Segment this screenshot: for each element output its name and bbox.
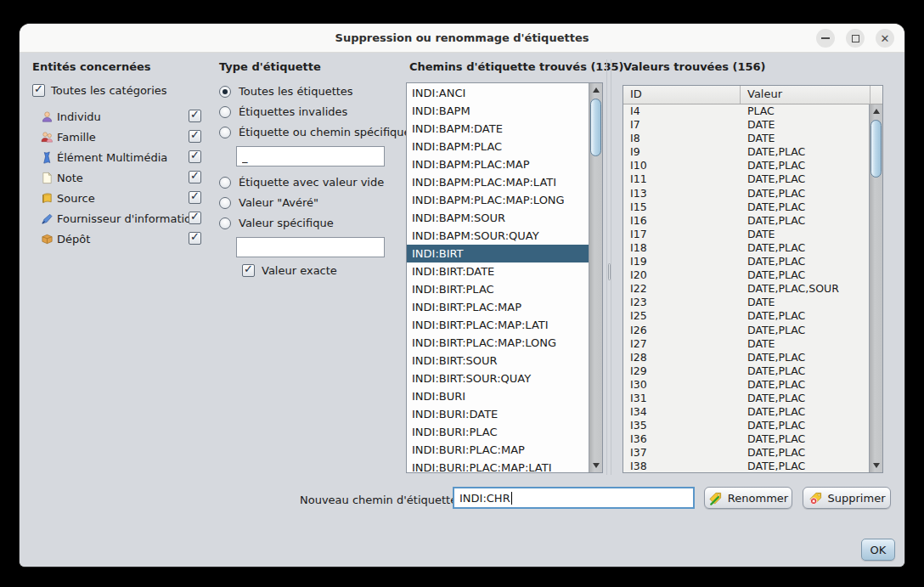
list-item[interactable]: INDI:BURI:PLAC:MAP xyxy=(407,441,589,459)
list-item[interactable]: INDI:ANCI xyxy=(407,84,589,102)
table-row[interactable]: I19DATE,PLAC xyxy=(623,255,869,268)
table-row[interactable]: I37DATE,PLAC xyxy=(623,446,869,460)
radio-option[interactable]: Étiquettes invalides xyxy=(219,105,347,118)
entity-row[interactable]: Fournisseur d'information✓ xyxy=(41,208,198,229)
list-item[interactable]: INDI:BAPM:PLAC:MAP:LATI xyxy=(407,173,589,191)
list-item[interactable]: INDI:BIRT:PLAC:MAP:LATI xyxy=(407,316,589,334)
entity-row[interactable]: Famille✓ xyxy=(41,127,96,147)
table-row[interactable]: I15DATE,PLAC xyxy=(623,200,869,214)
radio-icon[interactable] xyxy=(219,177,231,189)
table-row[interactable]: I25DATE,PLAC xyxy=(623,309,869,323)
table-row[interactable]: I20DATE,PLAC xyxy=(623,268,869,282)
radio-icon[interactable] xyxy=(219,197,231,209)
titlebar[interactable]: Suppression ou renommage d'étiquettes ✕ xyxy=(20,24,904,53)
radio-option[interactable]: Étiquette avec valeur vide xyxy=(219,176,384,189)
table-row[interactable]: I4PLAC xyxy=(623,104,869,118)
table-row[interactable]: I27DATE xyxy=(623,337,869,351)
list-item[interactable]: INDI:BURI xyxy=(407,387,589,405)
list-item[interactable]: INDI:BAPM:PLAC:MAP:LONG xyxy=(407,191,589,209)
entity-checkbox[interactable]: ✓ xyxy=(189,212,201,224)
list-item[interactable]: INDI:BAPM:SOUR xyxy=(407,209,589,227)
list-item[interactable]: INDI:BURI:DATE xyxy=(407,405,589,423)
scroll-down-button[interactable] xyxy=(870,459,883,472)
ok-button[interactable]: OK xyxy=(861,539,895,561)
table-row[interactable]: I26DATE,PLAC xyxy=(623,324,869,337)
entity-checkbox[interactable]: ✓ xyxy=(189,130,201,143)
minimize-button[interactable] xyxy=(816,29,835,48)
radio-icon[interactable] xyxy=(219,217,231,229)
scrollbar-thumb[interactable] xyxy=(870,120,882,178)
maximize-button[interactable] xyxy=(846,29,865,48)
table-row[interactable]: I35DATE,PLAC xyxy=(623,419,869,432)
list-item[interactable]: INDI:BURI:PLAC xyxy=(407,423,589,441)
entity-checkbox[interactable]: ✓ xyxy=(189,171,201,183)
list-item[interactable]: INDI:BIRT:PLAC:MAP xyxy=(407,298,589,316)
column-header-id[interactable]: ID xyxy=(623,86,741,104)
table-row[interactable]: I34DATE,PLAC xyxy=(623,405,869,419)
table-row[interactable]: I13DATE,PLAC xyxy=(623,187,869,200)
table-row[interactable]: I7DATE xyxy=(623,118,869,132)
radio-option[interactable]: Étiquette ou chemin spécifique xyxy=(219,126,411,138)
entity-checkbox[interactable]: ✓ xyxy=(189,110,201,122)
table-row[interactable]: I10DATE,PLAC xyxy=(623,159,869,172)
radio-option[interactable]: Valeur "Avéré" xyxy=(219,196,318,209)
table-row[interactable]: I11DATE,PLAC xyxy=(623,172,869,186)
all-categories-row[interactable]: ✓ Toutes les catégories xyxy=(32,84,167,97)
entity-row[interactable]: Dépôt✓ xyxy=(41,229,90,249)
table-row[interactable]: I18DATE,PLAC xyxy=(623,241,869,255)
scroll-up-button[interactable] xyxy=(589,83,603,97)
list-item[interactable]: INDI:BIRT:SOUR xyxy=(407,352,589,370)
entity-row[interactable]: Note✓ xyxy=(41,167,83,188)
scroll-up-button[interactable] xyxy=(870,104,883,118)
table-row[interactable]: I16DATE,PLAC xyxy=(623,214,869,228)
table-row[interactable]: I8DATE xyxy=(623,132,869,145)
radio-option[interactable]: Valeur spécifique xyxy=(219,217,334,229)
list-item[interactable]: INDI:BIRT xyxy=(407,245,589,262)
list-item[interactable]: INDI:BURI:PLAC:MAP:LATI xyxy=(407,459,589,472)
entity-checkbox[interactable]: ✓ xyxy=(189,232,201,245)
table-row[interactable]: I28DATE,PLAC xyxy=(623,351,869,364)
paths-scrollbar[interactable] xyxy=(589,83,602,472)
table-row[interactable]: I9DATE,PLAC xyxy=(623,145,869,159)
table-row[interactable]: I29DATE,PLAC xyxy=(623,364,869,378)
radio-icon[interactable] xyxy=(219,86,231,98)
scrollbar-thumb[interactable] xyxy=(590,99,601,156)
table-row[interactable]: I30DATE,PLAC xyxy=(623,378,869,392)
scroll-down-button[interactable] xyxy=(589,459,603,472)
exact-value-checkbox[interactable]: ✓ xyxy=(242,264,255,277)
entity-row[interactable]: Individu✓ xyxy=(41,106,101,127)
values-scrollbar[interactable] xyxy=(869,104,882,472)
table-row[interactable]: I22DATE,PLAC,SOUR xyxy=(623,282,869,296)
specific-value-input[interactable] xyxy=(236,237,385,257)
list-item[interactable]: INDI:BAPM:SOUR:QUAY xyxy=(407,227,589,245)
entity-checkbox[interactable]: ✓ xyxy=(189,150,201,163)
entity-checkbox[interactable]: ✓ xyxy=(189,191,201,204)
entity-row[interactable]: Source✓ xyxy=(41,188,95,208)
radio-option[interactable]: Toutes les étiquettes xyxy=(219,85,353,98)
exact-value-row[interactable]: ✓ Valeur exacte xyxy=(242,264,337,277)
table-row[interactable]: I36DATE,PLAC xyxy=(623,432,869,446)
table-row[interactable]: I31DATE,PLAC xyxy=(623,392,869,405)
column-header-value[interactable]: Valeur xyxy=(741,86,870,104)
list-item[interactable]: INDI:BAPM:DATE xyxy=(407,120,589,138)
new-path-input[interactable]: INDI:CHR xyxy=(453,487,695,509)
all-categories-checkbox[interactable]: ✓ xyxy=(32,84,45,97)
rename-button[interactable]: Renommer xyxy=(704,487,792,509)
table-row[interactable]: I38DATE,PLAC xyxy=(623,460,869,472)
list-item[interactable]: INDI:BIRT:DATE xyxy=(407,262,589,280)
list-item[interactable]: INDI:BAPM:PLAC xyxy=(407,138,589,155)
close-button[interactable]: ✕ xyxy=(876,29,894,48)
list-item[interactable]: INDI:BAPM xyxy=(407,102,589,120)
entity-row[interactable]: Élément Multimédia✓ xyxy=(41,147,167,167)
delete-button[interactable]: Supprimer xyxy=(803,487,891,509)
table-row[interactable]: I17DATE xyxy=(623,228,869,241)
list-item[interactable]: INDI:BIRT:PLAC:MAP:LONG xyxy=(407,334,589,352)
radio-icon[interactable] xyxy=(219,127,231,138)
panel-splitter[interactable] xyxy=(606,59,611,475)
table-row[interactable]: I23DATE xyxy=(623,296,869,309)
list-item[interactable]: INDI:BIRT:SOUR:QUAY xyxy=(407,370,589,387)
radio-icon[interactable] xyxy=(219,106,231,118)
list-item[interactable]: INDI:BAPM:PLAC:MAP xyxy=(407,155,589,173)
list-item[interactable]: INDI:BIRT:PLAC xyxy=(407,280,589,298)
specific-path-input[interactable] xyxy=(236,146,385,167)
